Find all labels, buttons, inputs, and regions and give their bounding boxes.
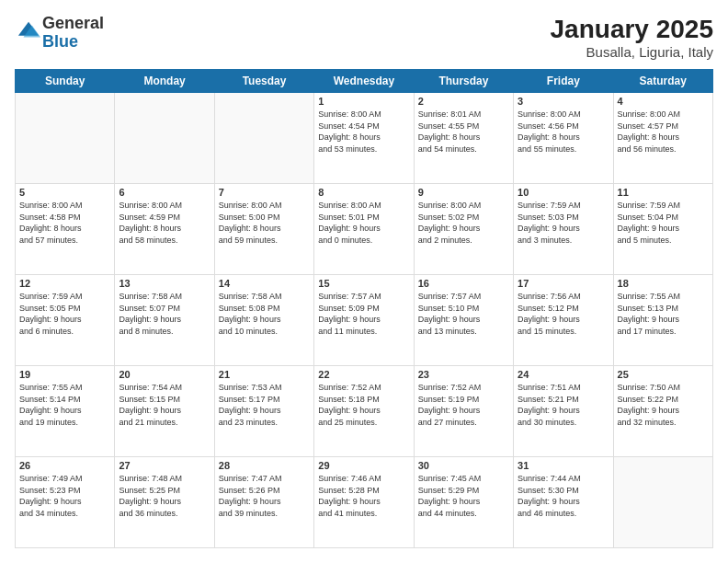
- day-info: Sunrise: 7:58 AMSunset: 5:08 PMDaylight:…: [219, 291, 310, 337]
- calendar-cell: 9Sunrise: 8:00 AMSunset: 5:02 PMDaylight…: [414, 184, 513, 275]
- day-info: Sunrise: 8:00 AMSunset: 5:02 PMDaylight:…: [418, 200, 509, 246]
- day-info: Sunrise: 7:59 AMSunset: 5:04 PMDaylight:…: [618, 200, 709, 246]
- calendar-cell: 2Sunrise: 8:01 AMSunset: 4:55 PMDaylight…: [414, 93, 513, 184]
- day-number: 3: [518, 96, 609, 107]
- calendar-cell: [214, 93, 313, 184]
- logo-blue-text: Blue: [42, 32, 78, 51]
- day-number: 7: [219, 187, 310, 198]
- weekday-header: Wednesday: [314, 70, 414, 93]
- calendar-cell: 19Sunrise: 7:55 AMSunset: 5:14 PMDayligh…: [16, 366, 115, 457]
- day-number: 24: [518, 369, 609, 380]
- calendar-cell: 14Sunrise: 7:58 AMSunset: 5:08 PMDayligh…: [214, 275, 313, 366]
- day-number: 10: [518, 187, 609, 198]
- calendar-cell: 4Sunrise: 8:00 AMSunset: 4:57 PMDaylight…: [613, 93, 712, 184]
- day-number: 9: [418, 187, 509, 198]
- calendar-cell: 23Sunrise: 7:52 AMSunset: 5:19 PMDayligh…: [414, 366, 513, 457]
- calendar-cell: 22Sunrise: 7:52 AMSunset: 5:18 PMDayligh…: [314, 366, 414, 457]
- calendar-cell: 28Sunrise: 7:47 AMSunset: 5:26 PMDayligh…: [214, 457, 313, 548]
- header: General Blue January 2025 Busalla, Ligur…: [15, 15, 713, 60]
- weekday-header: Saturday: [613, 70, 712, 93]
- weekday-header: Tuesday: [214, 70, 313, 93]
- day-info: Sunrise: 7:44 AMSunset: 5:30 PMDaylight:…: [518, 473, 609, 519]
- day-info: Sunrise: 7:54 AMSunset: 5:15 PMDaylight:…: [119, 382, 210, 428]
- calendar-cell: 10Sunrise: 7:59 AMSunset: 5:03 PMDayligh…: [514, 184, 613, 275]
- logo: General Blue: [15, 15, 104, 52]
- weekday-header-row: SundayMondayTuesdayWednesdayThursdayFrid…: [16, 70, 713, 93]
- day-info: Sunrise: 7:58 AMSunset: 5:07 PMDaylight:…: [119, 291, 210, 337]
- day-info: Sunrise: 8:00 AMSunset: 4:56 PMDaylight:…: [518, 109, 609, 155]
- weekday-header: Friday: [514, 70, 613, 93]
- calendar-cell: 5Sunrise: 8:00 AMSunset: 4:58 PMDaylight…: [16, 184, 115, 275]
- day-info: Sunrise: 8:00 AMSunset: 5:01 PMDaylight:…: [318, 200, 409, 246]
- day-number: 14: [219, 278, 310, 289]
- calendar-week-row: 5Sunrise: 8:00 AMSunset: 4:58 PMDaylight…: [16, 184, 713, 275]
- calendar-week-row: 1Sunrise: 8:00 AMSunset: 4:54 PMDaylight…: [16, 93, 713, 184]
- logo-general-text: General: [42, 14, 104, 32]
- calendar-cell: 20Sunrise: 7:54 AMSunset: 5:15 PMDayligh…: [115, 366, 214, 457]
- calendar-cell: 6Sunrise: 8:00 AMSunset: 4:59 PMDaylight…: [115, 184, 214, 275]
- calendar-cell: 7Sunrise: 8:00 AMSunset: 5:00 PMDaylight…: [214, 184, 313, 275]
- title-block: January 2025 Busalla, Liguria, Italy: [551, 15, 713, 60]
- day-number: 17: [518, 278, 609, 289]
- day-info: Sunrise: 7:59 AMSunset: 5:05 PMDaylight:…: [19, 291, 110, 337]
- day-number: 20: [119, 369, 210, 380]
- day-number: 5: [19, 187, 110, 198]
- day-number: 15: [318, 278, 409, 289]
- day-number: 25: [618, 369, 709, 380]
- day-number: 27: [119, 460, 210, 471]
- day-number: 16: [418, 278, 509, 289]
- day-info: Sunrise: 7:56 AMSunset: 5:12 PMDaylight:…: [518, 291, 609, 337]
- day-info: Sunrise: 7:51 AMSunset: 5:21 PMDaylight:…: [518, 382, 609, 428]
- day-info: Sunrise: 8:00 AMSunset: 4:58 PMDaylight:…: [19, 200, 110, 246]
- calendar-cell: 1Sunrise: 8:00 AMSunset: 4:54 PMDaylight…: [314, 93, 414, 184]
- calendar-cell: 29Sunrise: 7:46 AMSunset: 5:28 PMDayligh…: [314, 457, 414, 548]
- logo-icon: [17, 18, 42, 44]
- day-info: Sunrise: 7:46 AMSunset: 5:28 PMDaylight:…: [318, 473, 409, 519]
- day-info: Sunrise: 7:55 AMSunset: 5:13 PMDaylight:…: [618, 291, 709, 337]
- calendar-week-row: 26Sunrise: 7:49 AMSunset: 5:23 PMDayligh…: [16, 457, 713, 548]
- day-info: Sunrise: 8:00 AMSunset: 5:00 PMDaylight:…: [219, 200, 310, 246]
- calendar-cell: 8Sunrise: 8:00 AMSunset: 5:01 PMDaylight…: [314, 184, 414, 275]
- calendar-cell: [115, 93, 214, 184]
- page: General Blue January 2025 Busalla, Ligur…: [0, 0, 728, 563]
- calendar-cell: 21Sunrise: 7:53 AMSunset: 5:17 PMDayligh…: [214, 366, 313, 457]
- day-number: 13: [119, 278, 210, 289]
- day-number: 19: [19, 369, 110, 380]
- day-number: 12: [19, 278, 110, 289]
- calendar-cell: 16Sunrise: 7:57 AMSunset: 5:10 PMDayligh…: [414, 275, 513, 366]
- day-info: Sunrise: 8:00 AMSunset: 4:57 PMDaylight:…: [618, 109, 709, 155]
- day-info: Sunrise: 7:52 AMSunset: 5:19 PMDaylight:…: [418, 382, 509, 428]
- day-number: 26: [19, 460, 110, 471]
- day-number: 31: [518, 460, 609, 471]
- calendar-cell: 11Sunrise: 7:59 AMSunset: 5:04 PMDayligh…: [613, 184, 712, 275]
- calendar-week-row: 12Sunrise: 7:59 AMSunset: 5:05 PMDayligh…: [16, 275, 713, 366]
- day-info: Sunrise: 7:50 AMSunset: 5:22 PMDaylight:…: [618, 382, 709, 428]
- calendar-cell: 31Sunrise: 7:44 AMSunset: 5:30 PMDayligh…: [514, 457, 613, 548]
- day-number: 22: [318, 369, 409, 380]
- day-number: 28: [219, 460, 310, 471]
- day-info: Sunrise: 7:57 AMSunset: 5:09 PMDaylight:…: [318, 291, 409, 337]
- calendar-cell: 27Sunrise: 7:48 AMSunset: 5:25 PMDayligh…: [115, 457, 214, 548]
- weekday-header: Sunday: [16, 70, 115, 93]
- calendar-cell: 17Sunrise: 7:56 AMSunset: 5:12 PMDayligh…: [514, 275, 613, 366]
- day-info: Sunrise: 8:00 AMSunset: 4:59 PMDaylight:…: [119, 200, 210, 246]
- day-number: 1: [318, 96, 409, 107]
- day-info: Sunrise: 7:59 AMSunset: 5:03 PMDaylight:…: [518, 200, 609, 246]
- day-info: Sunrise: 7:57 AMSunset: 5:10 PMDaylight:…: [418, 291, 509, 337]
- day-info: Sunrise: 7:55 AMSunset: 5:14 PMDaylight:…: [19, 382, 110, 428]
- calendar-subtitle: Busalla, Liguria, Italy: [551, 44, 713, 60]
- day-info: Sunrise: 7:45 AMSunset: 5:29 PMDaylight:…: [418, 473, 509, 519]
- day-info: Sunrise: 7:52 AMSunset: 5:18 PMDaylight:…: [318, 382, 409, 428]
- day-info: Sunrise: 8:01 AMSunset: 4:55 PMDaylight:…: [418, 109, 509, 155]
- day-number: 2: [418, 96, 509, 107]
- day-number: 23: [418, 369, 509, 380]
- calendar-cell: 15Sunrise: 7:57 AMSunset: 5:09 PMDayligh…: [314, 275, 414, 366]
- calendar-cell: 26Sunrise: 7:49 AMSunset: 5:23 PMDayligh…: [16, 457, 115, 548]
- calendar-table: SundayMondayTuesdayWednesdayThursdayFrid…: [15, 69, 713, 548]
- day-info: Sunrise: 7:47 AMSunset: 5:26 PMDaylight:…: [219, 473, 310, 519]
- day-info: Sunrise: 7:49 AMSunset: 5:23 PMDaylight:…: [19, 473, 110, 519]
- day-number: 21: [219, 369, 310, 380]
- day-number: 8: [318, 187, 409, 198]
- calendar-cell: [16, 93, 115, 184]
- day-number: 4: [618, 96, 709, 107]
